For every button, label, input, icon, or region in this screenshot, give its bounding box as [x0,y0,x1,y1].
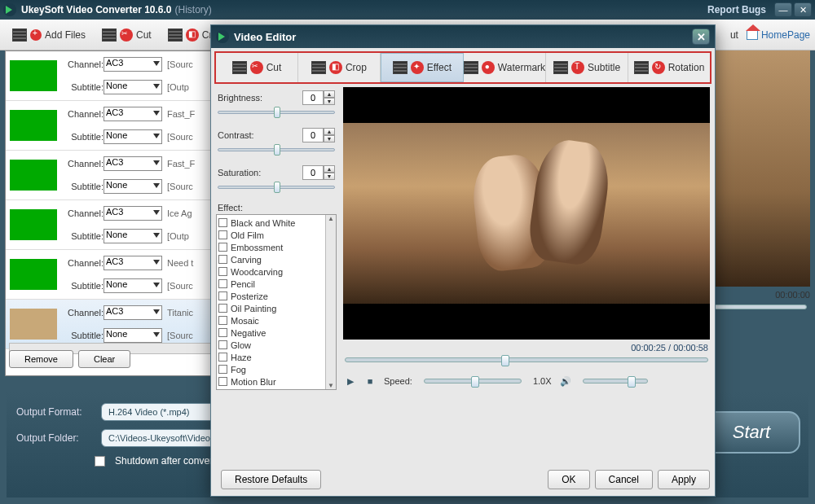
thumbnail [10,259,57,290]
effect-checkbox[interactable] [218,340,227,349]
spin-down-icon[interactable]: ▼ [324,135,335,142]
editor-title: Video Editor [234,31,296,43]
brightness-slider[interactable] [218,107,335,118]
effect-checkbox[interactable] [218,218,227,227]
saturation-slider[interactable] [218,182,335,193]
spin-up-icon[interactable]: ▲ [324,90,335,98]
effect-checkbox[interactable] [218,279,227,288]
add-files-label: Add Files [45,29,86,41]
effect-name: Glow [231,340,251,350]
effect-item[interactable]: Haze [218,351,324,363]
effect-item[interactable]: Black and White [218,217,324,229]
effect-checkbox[interactable] [218,291,227,300]
effect-checkbox[interactable] [218,328,227,337]
contrast-slider[interactable] [218,144,335,156]
remove-button[interactable]: Remove [9,350,73,368]
homepage-link[interactable]: HomePage [747,29,810,41]
seek-slider[interactable] [345,357,708,362]
subtitle-label: Subtitle: [61,82,104,92]
effect-item[interactable]: Motion Blur [218,375,324,388]
cut-button-main[interactable]: Cut [95,23,159,47]
app-logo-icon [3,3,16,16]
speed-slider[interactable] [424,379,522,383]
effect-item[interactable]: Mosaic [218,314,324,327]
subtitle-select[interactable]: None [104,80,162,94]
channel-select[interactable]: AC3 [104,107,162,121]
effect-name: Pencil [231,279,255,289]
effect-item[interactable]: Carving [218,253,324,265]
partial-tab-label[interactable]: ut [730,29,738,41]
tab-subtitle[interactable]: Subtitle [546,53,628,82]
subtitle-select[interactable]: None [104,328,162,343]
channel-label: Channel: [61,159,104,169]
effect-checkbox[interactable] [218,230,227,239]
film-icon [311,61,326,74]
channel-select[interactable]: AC3 [104,305,162,320]
saturation-spinner[interactable]: ▲▼ [302,165,335,180]
effect-checkbox[interactable] [218,316,227,325]
subtitle-select[interactable]: None [104,129,162,144]
effect-item[interactable]: Old Film [218,229,324,241]
effect-item[interactable]: Negative [218,327,324,339]
video-preview-panel: 00:00:25 / 00:00:58 ▶ ■ Speed: 1.0X 🔊 [343,87,710,465]
effect-name: Woodcarving [231,267,283,277]
minimize-button[interactable]: — [774,2,792,17]
tab-watermark[interactable]: Watermark [464,53,546,82]
effect-checkbox[interactable] [218,243,227,252]
spin-up-icon[interactable]: ▲ [324,128,335,135]
video-preview [343,87,710,340]
ok-button[interactable]: OK [548,470,589,489]
effect-item[interactable]: Pencil [218,278,324,290]
clear-button[interactable]: Clear [78,350,130,368]
editor-close-button[interactable]: ✕ [692,28,710,45]
spin-down-icon[interactable]: ▼ [324,98,335,105]
subtitle-select[interactable]: None [104,229,162,243]
channel-select[interactable]: AC3 [104,156,162,171]
subtitle-select[interactable]: None [104,278,162,293]
volume-slider[interactable] [583,379,648,383]
subtitle-label: Subtitle: [61,231,104,241]
effect-checkbox[interactable] [218,267,227,276]
effect-checkbox[interactable] [218,377,227,386]
play-button[interactable]: ▶ [345,375,356,387]
add-files-button[interactable]: Add Files [5,23,93,47]
effect-item[interactable]: Fog [218,363,324,375]
brightness-spinner[interactable]: ▲▼ [302,90,335,105]
spin-down-icon[interactable]: ▼ [324,173,335,180]
channel-select[interactable]: AC3 [104,206,162,221]
restore-defaults-button[interactable]: Restore Defaults [221,470,321,489]
effect-item[interactable]: Embossment [218,241,324,253]
effect-item[interactable]: Woodcarving [218,265,324,278]
apply-button[interactable]: Apply [658,470,710,489]
crop-icon [329,61,342,74]
volume-icon[interactable]: 🔊 [560,375,571,387]
tab-crop[interactable]: Crop [298,53,381,82]
tab-cut[interactable]: Cut [216,53,298,82]
stop-button[interactable]: ■ [364,375,376,387]
film-icon [12,28,27,42]
report-bugs-link[interactable]: Report Bugs [707,4,766,15]
effect-list-scrollbar[interactable] [325,215,336,389]
effect-checkbox[interactable] [218,353,227,362]
effect-name: Negative [231,328,266,338]
tab-effect[interactable]: Effect [381,53,464,82]
spin-up-icon[interactable]: ▲ [324,165,335,173]
effect-item[interactable]: Oil Painting [218,302,324,314]
tab-rotation[interactable]: Rotation [628,53,710,82]
channel-select[interactable]: AC3 [104,57,162,72]
effect-item[interactable]: Glow [218,339,324,351]
thumbnail [10,60,57,91]
start-button[interactable]: Start [703,411,800,454]
cancel-button[interactable]: Cancel [595,470,653,489]
effect-item[interactable]: Posterize [218,290,324,302]
channel-label: Channel: [61,59,104,69]
subtitle-select[interactable]: None [104,179,162,194]
shutdown-checkbox[interactable] [95,456,105,467]
effect-checkbox[interactable] [218,365,227,374]
close-button[interactable]: ✕ [794,2,812,17]
channel-select[interactable]: AC3 [104,256,162,270]
thumbnail [10,209,57,240]
effect-checkbox[interactable] [218,255,227,264]
effect-checkbox[interactable] [218,304,227,313]
contrast-spinner[interactable]: ▲▼ [302,128,335,142]
